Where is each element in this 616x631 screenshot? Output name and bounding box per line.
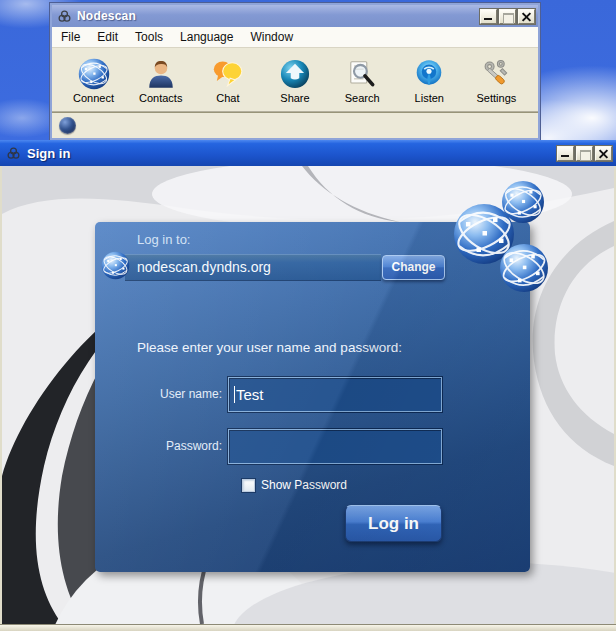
toolbar-item-chat[interactable]: Chat bbox=[196, 58, 260, 104]
toolbar-label: Chat bbox=[216, 92, 239, 104]
person-icon bbox=[145, 58, 177, 90]
beacon-icon bbox=[413, 58, 445, 90]
toolbar-item-listen[interactable]: Listen bbox=[397, 58, 461, 104]
toolbar-item-connect[interactable]: Connect bbox=[62, 58, 126, 104]
triquetra-knot-icon bbox=[6, 146, 21, 161]
username-label: User name: bbox=[95, 377, 222, 412]
toolbar-item-contacts[interactable]: Contacts bbox=[129, 58, 193, 104]
minimize-button[interactable] bbox=[480, 9, 497, 24]
minimize-button[interactable] bbox=[557, 146, 574, 161]
window-bottom-edge bbox=[0, 624, 616, 631]
window-title: Nodescan bbox=[77, 9, 475, 23]
menu-item-file[interactable]: File bbox=[61, 30, 80, 44]
nodescan-window: Nodescan File Edit Tools Language Window… bbox=[50, 3, 540, 140]
toolbar-label: Share bbox=[280, 92, 309, 104]
host-globe-icon bbox=[101, 251, 130, 280]
toolbar-label: Contacts bbox=[139, 92, 182, 104]
password-input[interactable] bbox=[228, 429, 442, 464]
menu-item-edit[interactable]: Edit bbox=[97, 30, 118, 44]
status-bar bbox=[52, 112, 538, 137]
username-value: Test bbox=[236, 386, 264, 403]
toolbar: Connect Contacts Chat Share bbox=[52, 48, 538, 112]
text-caret bbox=[234, 386, 235, 403]
globe-network-icon bbox=[78, 58, 110, 90]
nodescan-titlebar[interactable]: Nodescan bbox=[52, 5, 538, 27]
toolbar-label: Connect bbox=[73, 92, 114, 104]
toolbar-item-search[interactable]: Search bbox=[330, 58, 394, 104]
toolbar-label: Settings bbox=[477, 92, 517, 104]
password-label: Password: bbox=[95, 429, 222, 464]
toolbar-label: Search bbox=[345, 92, 380, 104]
upload-circle-icon bbox=[279, 58, 311, 90]
window-title: Sign in bbox=[27, 146, 551, 161]
toolbar-item-settings[interactable]: Settings bbox=[464, 58, 528, 104]
menu-item-language[interactable]: Language bbox=[180, 30, 233, 44]
network-molecule-graphic bbox=[448, 176, 548, 294]
menu-item-window[interactable]: Window bbox=[250, 30, 293, 44]
magnifier-document-icon bbox=[346, 58, 378, 90]
close-button[interactable] bbox=[595, 146, 612, 161]
globe-orb-icon bbox=[59, 117, 76, 134]
close-button[interactable] bbox=[518, 9, 535, 24]
triquetra-knot-icon bbox=[57, 9, 72, 24]
credentials-prompt: Please enter your user name and password… bbox=[137, 340, 402, 355]
maximize-button[interactable] bbox=[499, 9, 516, 24]
signin-window: Sign in Log in to: nodescan.dyndns.org bbox=[0, 140, 616, 631]
speech-bubbles-icon bbox=[212, 58, 244, 90]
toolbar-item-share[interactable]: Share bbox=[263, 58, 327, 104]
show-password-label: Show Password bbox=[261, 478, 347, 492]
login-to-label: Log in to: bbox=[137, 232, 191, 247]
signin-client-area: Log in to: nodescan.dyndns.org Change Pl… bbox=[2, 166, 614, 624]
login-button[interactable]: Log in bbox=[345, 505, 442, 542]
maximize-button[interactable] bbox=[576, 146, 593, 161]
menu-bar: File Edit Tools Language Window bbox=[52, 27, 538, 48]
show-password-checkbox[interactable] bbox=[242, 479, 255, 492]
toolbar-label: Listen bbox=[415, 92, 444, 104]
menu-item-tools[interactable]: Tools bbox=[135, 30, 163, 44]
change-button[interactable]: Change bbox=[382, 255, 445, 280]
host-input[interactable]: nodescan.dyndns.org bbox=[125, 254, 381, 281]
signin-titlebar[interactable]: Sign in bbox=[0, 140, 616, 166]
tools-icon bbox=[480, 58, 512, 90]
username-input[interactable]: Test bbox=[228, 377, 442, 412]
